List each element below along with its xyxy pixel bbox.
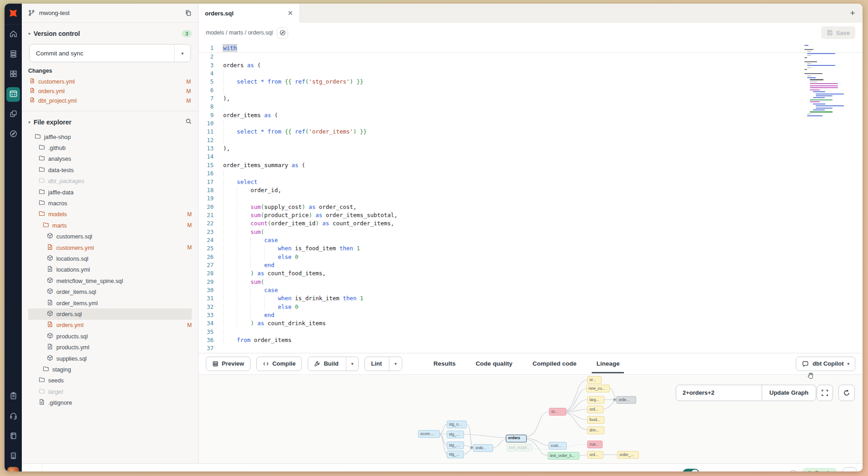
tree-item-metricflow-time-spine-sql[interactable]: metricflow_time_spine.sql	[28, 275, 192, 286]
lineage-node-order-[interactable]: order_...	[617, 451, 639, 459]
code-content	[223, 136, 237, 144]
lineage-node-ord-[interactable]: ord...	[587, 451, 604, 459]
tree-item-marts[interactable]: martsM	[28, 220, 192, 231]
lineage-node-ecom-[interactable]: ecom....	[418, 430, 440, 438]
tree-item-staging[interactable]: staging	[28, 364, 192, 375]
lineage-node-food-[interactable]: food...	[587, 416, 604, 424]
lineage-node-stg-[interactable]: stg_...	[447, 451, 464, 458]
tab-results[interactable]: Results	[434, 360, 456, 367]
branch-name[interactable]: mwong-test	[39, 10, 70, 16]
lineage-node-test-suppl-[interactable]: test_suppl...	[507, 444, 532, 451]
lineage-node-stg-[interactable]: stg_...	[447, 441, 464, 449]
copy-icon[interactable]	[185, 10, 192, 16]
code-editor[interactable]: 1with23orders as (4 5 select * from {{ r…	[199, 43, 863, 353]
nav-dbt-logo[interactable]	[5, 4, 22, 25]
lineage-node-larg-[interactable]: larg...	[587, 396, 604, 404]
compile-button[interactable]: Compile	[256, 357, 302, 371]
search-icon[interactable]	[185, 118, 192, 126]
lineage-node-orde-[interactable]: orde...	[616, 396, 636, 404]
lineage-node-orders[interactable]: orders	[506, 435, 527, 442]
tree-item-products-sql[interactable]: products.sql	[28, 331, 192, 342]
info-icon[interactable]: ?	[790, 470, 797, 471]
more-options-button[interactable]: ...	[843, 467, 857, 471]
preview-button[interactable]: Preview	[206, 357, 250, 371]
nav-home[interactable]	[5, 25, 22, 45]
lineage-node-or-[interactable]: or...	[587, 376, 602, 384]
nav-notebook[interactable]	[5, 427, 22, 447]
lineage-node-ord-[interactable]: ord...	[587, 406, 604, 413]
refresh-graph-button[interactable]	[838, 385, 855, 401]
nav-building[interactable]	[5, 447, 22, 467]
lineage-node-or-[interactable]: or...	[549, 408, 566, 416]
tree-item-jaffle-data[interactable]: jaffle-data	[28, 187, 192, 198]
tree-item-macros[interactable]: macros	[28, 198, 192, 208]
tree-item-jaffle-shop[interactable]: jaffle-shop	[28, 131, 192, 142]
tree-item-data-tests[interactable]: data-tests	[28, 164, 192, 175]
tab-orders-sql[interactable]: orders.sql ✕	[199, 4, 300, 23]
tree-item-supplies-sql[interactable]: supplies.sql	[28, 353, 192, 364]
editor-minimap[interactable]	[804, 45, 838, 119]
chevron-down-icon[interactable]: ▾	[389, 357, 398, 371]
nav-stack[interactable]	[5, 45, 22, 64]
chevron-down-icon[interactable]: ▾	[346, 357, 354, 371]
lineage-node-cus-[interactable]: cus...	[587, 441, 603, 448]
minimap-line	[810, 83, 838, 84]
tree-item-locations-yml[interactable]: locations.yml	[28, 264, 192, 275]
lineage-graph[interactable]: ecom....stg_o...stg_...stg_...stg_...ord…	[199, 374, 863, 463]
tree-item-models[interactable]: modelsM	[28, 209, 192, 220]
changed-file-row[interactable]: dbt_project.ymlM	[28, 96, 192, 105]
tab-lineage[interactable]: Lineage	[596, 360, 619, 367]
lineage-node-stg-[interactable]: stg_...	[447, 431, 464, 438]
tree-item-dbt-packages[interactable]: dbt_packages	[28, 176, 192, 187]
lineage-node-test-order-it-[interactable]: test_order_it...	[548, 452, 579, 460]
tree-item-products-yml[interactable]: products.yml	[28, 342, 192, 352]
tree-item-label: .gitignore	[48, 399, 72, 406]
lineage-node-drin-[interactable]: drin...	[587, 426, 604, 434]
changed-file-row[interactable]: orders.ymlM	[28, 86, 192, 96]
lineage-node-stg-o-[interactable]: stg_o...	[447, 421, 467, 428]
new-tab-button[interactable]: +	[843, 4, 863, 23]
close-tab-icon[interactable]: ✕	[287, 9, 293, 17]
tree-item-customers-sql[interactable]: customers.sql	[28, 231, 192, 242]
fullscreen-button[interactable]	[817, 385, 833, 401]
nav-windows[interactable]	[5, 104, 22, 124]
nav-code-editor[interactable]	[5, 84, 22, 104]
nav-compass[interactable]	[5, 124, 22, 144]
tree-item-customers-yml[interactable]: customers.ymlM	[28, 242, 192, 253]
save-button[interactable]: Save	[821, 26, 855, 39]
lineage-node-orde-[interactable]: orde...	[473, 444, 493, 452]
code-content: when is_food_item then 1	[223, 244, 360, 253]
tree-item-target[interactable]: target	[28, 386, 192, 397]
commit-options-chevron[interactable]: ▾	[174, 45, 190, 62]
tab-code-quality[interactable]: Code quality	[476, 360, 513, 367]
open-in-lineage-button[interactable]	[277, 27, 288, 39]
tree-item--github[interactable]: .github	[28, 142, 192, 153]
tree-item-analyses[interactable]: analyses	[28, 154, 192, 164]
update-graph-button[interactable]: Update Graph	[762, 385, 816, 401]
commit-and-sync-button[interactable]: Commit and sync ▾	[29, 44, 191, 62]
lineage-node-new-cu-[interactable]: new_cu...	[586, 385, 610, 392]
tree-item-locations-sql[interactable]: locations.sql	[28, 253, 192, 264]
lineage-node-cust-[interactable]: cust...	[549, 442, 567, 450]
nav-clipboard[interactable]	[5, 387, 22, 407]
changed-file-row[interactable]: customers.ymlM	[28, 77, 192, 86]
defer-toggle[interactable]: ✓	[683, 469, 699, 471]
build-button[interactable]: Build▾	[308, 357, 359, 371]
file-explorer-header[interactable]: ▾ File explorer	[28, 116, 192, 129]
tree-item-orders-sql[interactable]: orders.sql	[28, 308, 192, 319]
tree-item-seeds[interactable]: seeds	[28, 375, 192, 386]
graph-selector-input[interactable]	[676, 385, 762, 401]
lint-button[interactable]: Lint▾	[364, 357, 402, 371]
tree-item-order-items-yml[interactable]: order_items.yml	[28, 298, 192, 308]
command-input[interactable]: dbt build --select <model_name>	[49, 470, 135, 471]
expand-command-bar-button[interactable]: ▲	[22, 464, 42, 471]
nav-headset[interactable]	[5, 407, 22, 427]
version-control-header[interactable]: ▾ Version control 3	[28, 27, 192, 40]
tree-item-order-items-sql[interactable]: order_items.sql	[28, 286, 192, 297]
tree-item--gitignore[interactable]: .gitignore	[28, 397, 192, 408]
tree-item-orders-yml[interactable]: orders.ymlM	[28, 320, 192, 331]
dbt-copilot-button[interactable]: dbt Copilot ▾	[796, 357, 855, 371]
tab-compiled-code[interactable]: Compiled code	[533, 360, 577, 367]
nav-grid[interactable]	[5, 64, 22, 84]
user-avatar[interactable]	[7, 467, 19, 471]
